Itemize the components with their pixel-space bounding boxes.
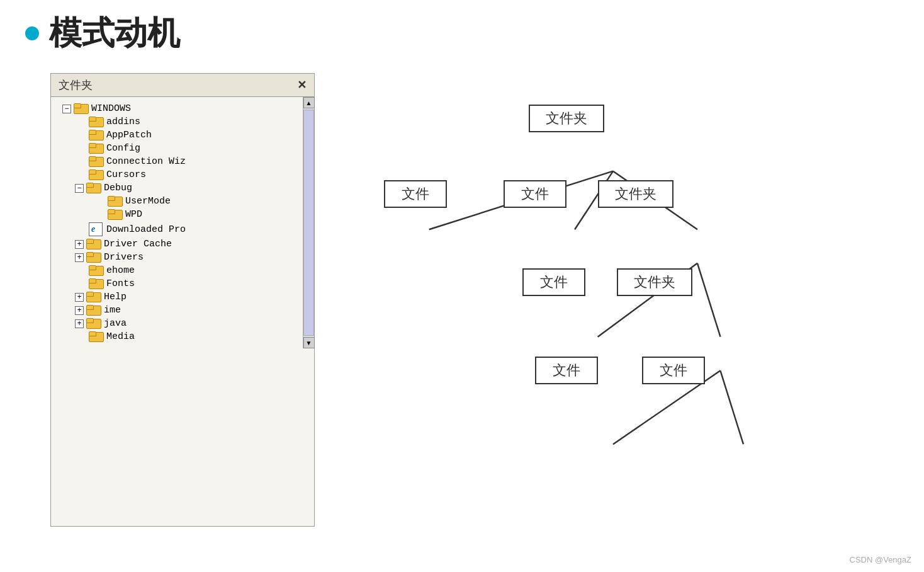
node-label: 文件夹	[634, 273, 675, 292]
watermark: CSDN @VengaZ	[850, 555, 911, 564]
list-item[interactable]: + Help	[51, 290, 303, 304]
diagram-node-file3: 文件	[522, 268, 585, 296]
node-label: 文件夹	[615, 185, 656, 203]
folder-icon	[108, 196, 121, 207]
folder-icon	[86, 305, 100, 316]
node-label: 文件	[521, 185, 549, 203]
list-item[interactable]: WPD	[51, 208, 303, 221]
folder-icon	[74, 103, 87, 114]
collapse-icon[interactable]: −	[62, 105, 71, 113]
folder-icon	[86, 318, 100, 329]
list-item[interactable]: Connection Wiz	[51, 155, 303, 168]
item-label: Driver Cache	[104, 239, 172, 249]
scrollbar-track[interactable]	[303, 110, 314, 336]
list-item[interactable]: − Debug	[51, 181, 303, 195]
item-label: Config	[106, 143, 140, 154]
folder-icon	[86, 292, 100, 302]
item-label: AppPatch	[106, 130, 152, 140]
folder-icon	[89, 156, 103, 167]
node-label: 文件	[402, 185, 429, 203]
diagram-node-file5: 文件	[642, 357, 705, 384]
list-item[interactable]: + Driver Cache	[51, 237, 303, 251]
page-header: 模式动机	[0, 0, 924, 67]
list-item[interactable]: + ime	[51, 304, 303, 317]
explorer-title: 文件夹	[59, 77, 93, 93]
diagram-node-folder2: 文件夹	[598, 180, 673, 208]
list-item[interactable]: + Drivers	[51, 251, 303, 264]
item-label: UserMode	[125, 196, 171, 207]
tree-area: − WINDOWS addins AppPatch Config	[51, 97, 303, 348]
expand-icon[interactable]: +	[75, 293, 84, 302]
item-label: WPD	[125, 209, 142, 220]
svg-line-6	[720, 370, 743, 444]
expand-icon[interactable]: +	[75, 253, 84, 262]
expand-icon[interactable]: +	[75, 319, 84, 328]
folder-icon	[86, 183, 100, 193]
list-item[interactable]: Media	[51, 330, 303, 343]
diagram-node-root: 文件夹	[529, 105, 604, 132]
item-label: Media	[106, 331, 135, 342]
scrollbar-up-button[interactable]: ▲	[303, 97, 315, 108]
page-title: 模式动机	[49, 11, 180, 55]
item-label: Fonts	[106, 278, 135, 289]
folder-icon	[89, 117, 103, 127]
collapse-icon[interactable]: −	[75, 184, 84, 193]
node-label: 文件	[660, 361, 687, 380]
list-item[interactable]: + java	[51, 317, 303, 330]
diagram-node-file1: 文件	[384, 180, 447, 208]
folder-icon	[89, 143, 103, 154]
expand-icon[interactable]: +	[75, 306, 84, 315]
diagram-node-file2: 文件	[504, 180, 566, 208]
item-label: Cursors	[106, 169, 146, 180]
item-label: ehome	[106, 265, 135, 276]
list-item[interactable]: − WINDOWS	[51, 102, 303, 115]
svg-line-4	[697, 263, 721, 337]
scrollbar[interactable]: ▲ ▼	[303, 97, 314, 348]
list-item[interactable]: addins	[51, 115, 303, 129]
item-label: ime	[104, 305, 121, 316]
item-label: java	[104, 318, 127, 329]
diagram-node-folder3: 文件夹	[617, 268, 692, 296]
folder-icon	[89, 278, 103, 289]
bullet-dot	[25, 26, 39, 40]
tree-diagram: 文件夹 文件 文件 文件夹 文件 文件夹 文件 文件	[352, 86, 874, 527]
folder-icon	[108, 209, 121, 220]
item-label: WINDOWS	[91, 103, 131, 114]
node-label: 文件夹	[546, 109, 587, 128]
item-label: Debug	[104, 183, 132, 193]
scrollbar-down-button[interactable]: ▼	[303, 337, 315, 348]
list-item[interactable]: Config	[51, 142, 303, 155]
expand-icon[interactable]: +	[75, 240, 84, 249]
content-area: 文件夹 ✕ − WINDOWS addins AppPat	[0, 67, 924, 533]
list-item[interactable]: AppPatch	[51, 129, 303, 142]
explorer-header: 文件夹 ✕	[51, 74, 314, 97]
close-button[interactable]: ✕	[297, 78, 307, 92]
list-item[interactable]: Fonts	[51, 277, 303, 290]
item-label: Downloaded Pro	[106, 224, 186, 235]
folder-icon	[86, 252, 100, 263]
node-label: 文件	[553, 361, 580, 380]
special-file-icon	[89, 222, 103, 236]
node-label: 文件	[540, 273, 568, 292]
folder-icon	[89, 331, 103, 342]
item-label: addins	[106, 117, 140, 127]
diagram-node-file4: 文件	[535, 357, 598, 384]
item-label: Connection Wiz	[106, 156, 186, 167]
explorer-body: − WINDOWS addins AppPatch Config	[51, 97, 314, 348]
list-item[interactable]: Cursors	[51, 168, 303, 181]
diagram-svg	[352, 86, 874, 527]
folder-icon	[89, 265, 103, 276]
list-item[interactable]: UserMode	[51, 195, 303, 208]
folder-icon	[89, 169, 103, 180]
list-item[interactable]: ehome	[51, 264, 303, 277]
list-item[interactable]: Downloaded Pro	[51, 221, 303, 237]
folder-icon	[89, 130, 103, 140]
folder-icon	[86, 239, 100, 249]
file-explorer: 文件夹 ✕ − WINDOWS addins AppPat	[50, 73, 315, 527]
item-label: Help	[104, 292, 127, 302]
item-label: Drivers	[104, 252, 144, 263]
